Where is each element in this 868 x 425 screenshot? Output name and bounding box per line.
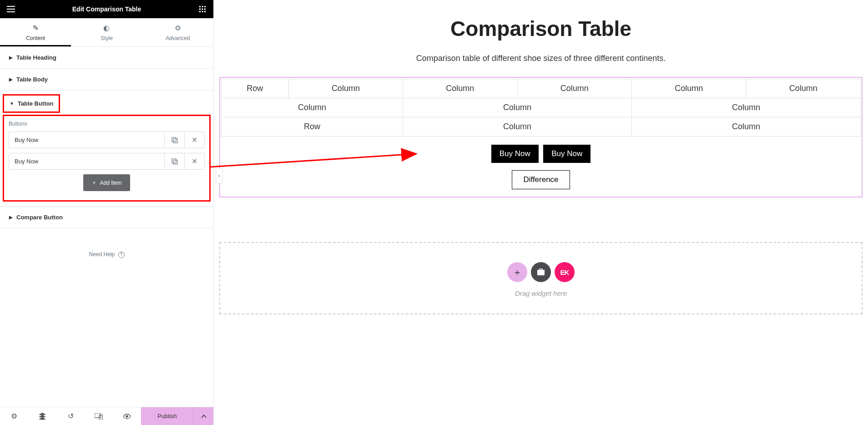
tab-label: Style [101, 35, 113, 41]
section-table-body[interactable]: ▶Table Body [0, 69, 213, 91]
settings-icon[interactable]: ⚙ [0, 407, 28, 425]
svg-rect-4 [202, 9, 203, 10]
tab-style[interactable]: ◐ Style [71, 18, 142, 46]
dropzone-actions: ＋ EK [220, 262, 862, 282]
table-cell: Column [632, 117, 861, 137]
table-cell: Column [632, 79, 746, 98]
section-label: Compare Button [16, 214, 63, 221]
drop-zone[interactable]: ＋ EK Drag widget here [219, 242, 863, 314]
duplicate-icon[interactable] [164, 132, 184, 148]
repeater-item[interactable]: Buy Now ✕ [9, 153, 205, 170]
menu-icon[interactable] [5, 4, 16, 15]
svg-rect-10 [172, 137, 176, 142]
svg-rect-0 [199, 6, 201, 7]
caret-right-icon: ▶ [9, 77, 13, 82]
svg-rect-7 [202, 11, 203, 12]
dropzone-label: Drag widget here [220, 289, 862, 297]
table-cell: Row [222, 117, 403, 137]
tab-label: Content [26, 35, 45, 41]
contrast-icon: ◐ [71, 24, 142, 32]
section-label: Table Button [18, 100, 53, 107]
help-icon: ? [118, 252, 125, 258]
remove-icon[interactable]: ✕ [184, 153, 204, 169]
table-row: Column Column Column [222, 98, 861, 117]
difference-row: Difference [221, 165, 861, 196]
table-cell: Row [222, 79, 289, 98]
svg-rect-11 [173, 160, 177, 164]
svg-rect-3 [199, 9, 201, 10]
svg-rect-16 [95, 413, 101, 418]
section-table-heading[interactable]: ▶Table Heading [0, 47, 213, 69]
add-template-button[interactable] [531, 262, 551, 282]
editor-sidebar: Edit Comparison Table ✎ Content ◐ Style … [0, 0, 214, 425]
svg-rect-1 [202, 6, 203, 7]
table-row: Row Column Column [222, 117, 861, 137]
publish-label: Publish [157, 413, 177, 420]
sidebar-header: Edit Comparison Table [0, 0, 213, 18]
apps-icon[interactable] [197, 4, 208, 15]
panel-title: Edit Comparison Table [72, 5, 141, 13]
table-cell: Column [222, 98, 403, 117]
elementskit-button[interactable]: EK [555, 262, 575, 282]
tab-label: Advanced [166, 35, 190, 41]
pencil-icon: ✎ [0, 24, 71, 32]
responsive-icon[interactable] [85, 407, 113, 425]
section-table-button: ▼Table Button Buttons Buy Now ✕ Buy Now [0, 91, 213, 207]
table-cell: Column [288, 79, 403, 98]
caret-right-icon: ▶ [9, 55, 13, 60]
svg-marker-15 [39, 413, 46, 415]
section-label: Table Heading [16, 54, 56, 61]
canvas: Comparison Table Comparison table of dif… [214, 0, 868, 425]
add-item-button[interactable]: ＋ Add Item [83, 174, 130, 191]
svg-rect-8 [204, 11, 206, 12]
field-label: Buttons [9, 121, 205, 127]
duplicate-icon[interactable] [164, 153, 184, 169]
page-title: Comparison Table [214, 16, 868, 41]
item-title: Buy Now [9, 132, 164, 148]
comparison-table-widget[interactable]: ‹ Row Column Column Column Column Column… [219, 77, 863, 197]
tab-advanced[interactable]: ⚙ Advanced [142, 18, 213, 46]
svg-rect-6 [199, 11, 201, 12]
repeater-item[interactable]: Buy Now ✕ [9, 132, 205, 148]
buy-now-button[interactable]: Buy Now [491, 145, 539, 163]
publish-button[interactable]: Publish [141, 407, 193, 425]
table-cell: Column [403, 79, 517, 98]
item-title: Buy Now [9, 153, 164, 169]
sidebar-footer: ⚙ ↺ Publish [0, 407, 213, 425]
svg-rect-2 [204, 6, 206, 7]
preview-icon[interactable] [113, 407, 141, 425]
need-help-link[interactable]: Need Help ? [0, 251, 213, 258]
annotation-highlight: ▼Table Button [3, 94, 60, 113]
gear-icon: ⚙ [142, 24, 213, 32]
collapse-panel-handle[interactable]: ‹ [216, 168, 223, 183]
tabs: ✎ Content ◐ Style ⚙ Advanced [0, 18, 213, 47]
navigator-icon[interactable] [28, 407, 56, 425]
svg-rect-9 [173, 139, 177, 143]
help-label: Need Help [89, 251, 115, 258]
caret-down-icon: ▼ [10, 101, 14, 106]
svg-rect-12 [172, 159, 176, 163]
buy-buttons-row: Buy Now Buy Now [221, 137, 861, 165]
add-item-label: Add Item [100, 180, 121, 186]
publish-options[interactable] [193, 407, 213, 425]
table-cell: Column [517, 79, 631, 98]
section-compare-button[interactable]: ▶Compare Button [0, 207, 213, 228]
tab-content[interactable]: ✎ Content [0, 18, 71, 46]
comparison-table: Row Column Column Column Column Column C… [221, 79, 861, 137]
svg-point-18 [126, 415, 128, 417]
caret-right-icon: ▶ [9, 215, 13, 220]
section-header[interactable]: ▼Table Button [4, 96, 59, 111]
annotation-highlight-body: Buttons Buy Now ✕ Buy Now ✕ ＋ [3, 115, 211, 202]
buy-now-button[interactable]: Buy Now [543, 145, 590, 163]
table-cell: Column [746, 79, 861, 98]
plus-icon: ＋ [91, 179, 97, 187]
section-label: Table Body [16, 76, 48, 83]
table-row: Row Column Column Column Column Column [222, 79, 861, 98]
table-cell: Column [632, 98, 861, 117]
remove-icon[interactable]: ✕ [184, 132, 204, 148]
table-cell: Column [403, 117, 632, 137]
page-subtitle: Comparison table of different shoe sizes… [214, 54, 868, 63]
history-icon[interactable]: ↺ [56, 407, 85, 425]
add-section-button[interactable]: ＋ [507, 262, 527, 282]
difference-button[interactable]: Difference [512, 170, 570, 189]
